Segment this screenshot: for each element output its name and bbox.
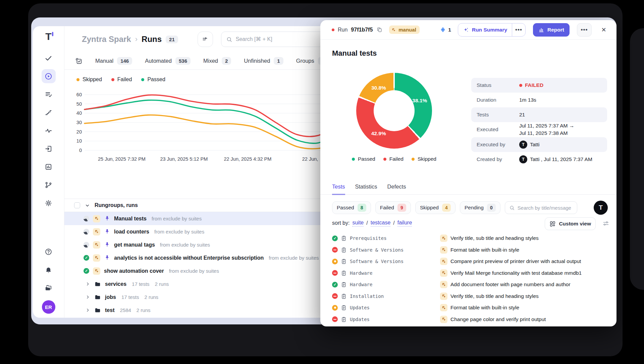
- sidebar-item-milestones[interactable]: [42, 105, 56, 119]
- status-filter-chip[interactable]: Skipped 4: [415, 201, 455, 214]
- legend-item[interactable]: Failed: [111, 76, 132, 83]
- chevron-right-icon[interactable]: [85, 308, 90, 313]
- search-icon: [226, 36, 232, 43]
- folder-runs-count: 2 runs: [144, 294, 158, 300]
- status-filter-chip[interactable]: Failed 9: [375, 201, 411, 214]
- sidebar-item-notifications[interactable]: [42, 263, 56, 277]
- test-suite[interactable]: Installation: [350, 294, 384, 299]
- run-summary-button[interactable]: Run Summary: [458, 23, 512, 36]
- panel-tab[interactable]: Tests: [332, 184, 345, 195]
- sidebar-item-import[interactable]: [42, 142, 56, 156]
- sidebar-item-help[interactable]: [42, 245, 56, 259]
- run-type-tab[interactable]: Unfinished 1: [244, 57, 283, 65]
- view-settings-button[interactable]: [602, 220, 609, 227]
- info-row: Duration T 1m 13s: [471, 93, 607, 107]
- trend-line-failed: [85, 95, 339, 137]
- app-logo[interactable]: T: [45, 32, 51, 42]
- chip-count-badge: 4: [442, 204, 451, 212]
- run-type-tab[interactable]: Mixed 2: [203, 57, 231, 65]
- run-name[interactable]: Manual tests: [114, 216, 147, 222]
- sort-link[interactable]: testcase: [371, 220, 391, 226]
- chevron-right-icon[interactable]: [85, 281, 90, 287]
- more-actions-button[interactable]: •••: [577, 23, 592, 37]
- test-title[interactable]: Verify title, sub title and heading styl…: [450, 293, 539, 299]
- sort-link[interactable]: failure: [397, 220, 412, 226]
- breadcrumb-project[interactable]: Zyntra Spark: [82, 35, 131, 44]
- test-row[interactable]: Prerequisites Verify title, sub title an…: [332, 232, 614, 244]
- sidebar-item-analytics[interactable]: [42, 160, 56, 174]
- legend-item[interactable]: Passed: [141, 76, 165, 83]
- sidebar-item-projects[interactable]: [42, 281, 56, 295]
- test-suite[interactable]: Hardware: [350, 270, 372, 276]
- test-suite[interactable]: Updates: [350, 317, 370, 322]
- tab-count-badge: 146: [117, 57, 132, 65]
- status-filter-chip[interactable]: Pending 0: [460, 201, 500, 214]
- sidebar-item-runs[interactable]: [42, 69, 56, 83]
- run-summary-more-button[interactable]: •••: [512, 23, 525, 36]
- test-suite[interactable]: Software & Versions: [350, 259, 404, 264]
- run-type-tab[interactable]: Automated 536: [145, 57, 191, 65]
- test-title[interactable]: Compare print preview of printer driver …: [450, 258, 581, 264]
- select-all-button[interactable]: [75, 57, 83, 65]
- tests-search-input[interactable]: [518, 205, 573, 211]
- sidebar-item-settings[interactable]: [42, 196, 56, 210]
- test-status-icon: [332, 236, 338, 241]
- manual-cursor-icon: [391, 28, 396, 32]
- test-title[interactable]: Verify Mail Merge functionality with tes…: [450, 270, 582, 276]
- test-row[interactable]: Hardware Verify Mail Merge functionality…: [332, 267, 614, 279]
- test-suite[interactable]: Software & Versions: [350, 247, 404, 253]
- test-row[interactable]: Hardware Add document footer with page n…: [332, 279, 614, 291]
- sidebar-item-activity[interactable]: [42, 123, 56, 138]
- test-row[interactable]: Software & Versions Format table with bu…: [332, 244, 614, 256]
- select-all-checkbox[interactable]: [74, 202, 80, 208]
- custom-view-button[interactable]: Custom view: [545, 217, 596, 230]
- list-check-icon: [45, 91, 52, 98]
- test-row[interactable]: Updates Format table with built-in style: [332, 302, 614, 314]
- import-icon: [45, 145, 52, 153]
- test-title[interactable]: Verify title, sub title and heading styl…: [450, 235, 539, 241]
- test-title[interactable]: Format table with built-in style: [450, 305, 519, 311]
- test-suite[interactable]: Hardware: [350, 282, 372, 287]
- run-name[interactable]: load counters: [114, 229, 149, 235]
- run-name[interactable]: get manual tags: [114, 242, 155, 248]
- user-avatar[interactable]: ER: [42, 300, 55, 314]
- test-status-icon: [332, 247, 338, 253]
- sidebar-item-branches[interactable]: [42, 178, 56, 192]
- status-filter-chip[interactable]: Passed 8: [332, 201, 371, 214]
- test-title[interactable]: Add document footer with page numbers an…: [450, 281, 571, 288]
- report-button[interactable]: Report: [533, 23, 570, 37]
- test-row[interactable]: Software & Versions Compare print previe…: [332, 256, 614, 267]
- folder-name[interactable]: test: [105, 307, 114, 313]
- filter-button[interactable]: [198, 32, 213, 47]
- folder-name[interactable]: services: [105, 281, 126, 287]
- chevron-down-icon[interactable]: [85, 203, 90, 208]
- copy-run-id-button[interactable]: [377, 27, 382, 33]
- search-input[interactable]: [236, 36, 327, 42]
- legend-item[interactable]: Skipped: [76, 76, 102, 83]
- legend-item: Skipped: [412, 156, 436, 162]
- panel-tab[interactable]: Defects: [387, 184, 406, 195]
- run-type-tab[interactable]: Manual 146: [95, 57, 132, 65]
- info-row: Executed by T Tatti: [471, 137, 607, 152]
- chevron-right-icon[interactable]: [85, 295, 90, 300]
- test-row[interactable]: Installation Verify title, sub title and…: [332, 291, 614, 302]
- panel-tab[interactable]: Statistics: [355, 184, 377, 195]
- y-tick-label: 10: [76, 138, 82, 144]
- run-source: from exclude by suites: [169, 268, 219, 274]
- close-panel-button[interactable]: ✕: [598, 23, 610, 37]
- test-title[interactable]: Change page color and verify print outpu…: [450, 316, 546, 322]
- run-name[interactable]: analytics is not accessible without Ente…: [114, 255, 264, 261]
- assignee-avatar[interactable]: T: [594, 201, 608, 215]
- folder-name[interactable]: jobs: [105, 294, 116, 300]
- test-suite[interactable]: Prerequisites: [350, 236, 387, 241]
- legend-dot: [383, 158, 386, 161]
- test-row[interactable]: Updates Change page color and verify pri…: [332, 314, 614, 325]
- sort-link[interactable]: suite: [352, 220, 364, 226]
- jira-link[interactable]: 1: [440, 27, 451, 33]
- run-name[interactable]: show automation cover: [104, 268, 164, 274]
- sidebar-item-tests[interactable]: [42, 51, 56, 65]
- sidebar-item-plans[interactable]: [42, 87, 56, 101]
- test-title[interactable]: Format table with built-in style: [450, 247, 519, 253]
- test-suite[interactable]: Updates: [350, 305, 370, 310]
- chip-count-badge: 9: [397, 204, 406, 212]
